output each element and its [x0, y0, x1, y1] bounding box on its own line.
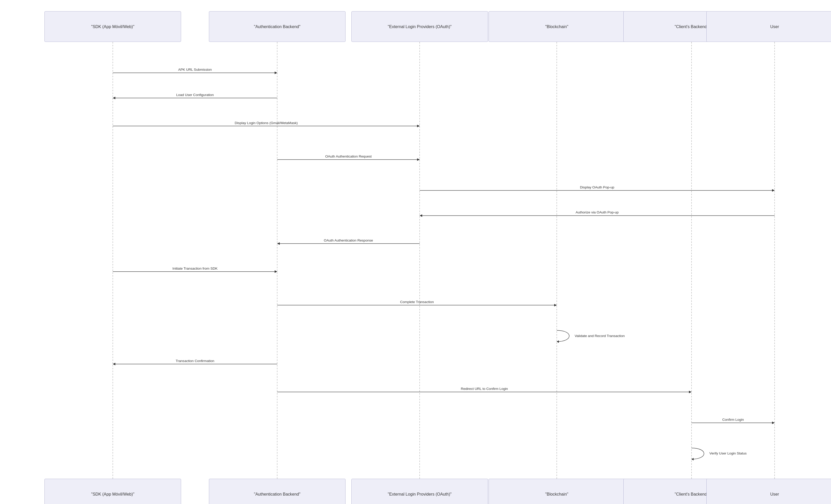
- svg-text:Authorize via OAuth Pop-up: Authorize via OAuth Pop-up: [576, 210, 619, 214]
- svg-text:APK URL Submission: APK URL Submission: [178, 68, 212, 71]
- svg-marker-31: [554, 304, 557, 306]
- svg-marker-42: [772, 421, 775, 424]
- svg-marker-19: [772, 189, 775, 192]
- svg-marker-33: [557, 340, 559, 343]
- actor-bottom-user: User: [706, 479, 831, 504]
- svg-text:Validate and Record Transactio: Validate and Record Transaction: [575, 334, 625, 338]
- svg-marker-39: [689, 391, 692, 393]
- svg-text:OAuth Authentication Request: OAuth Authentication Request: [325, 154, 372, 158]
- svg-text:Transaction Confirmation: Transaction Confirmation: [176, 359, 214, 363]
- svg-marker-25: [277, 242, 280, 245]
- actor-bottom-auth: "Authentication Backend": [209, 479, 346, 504]
- svg-text:Display Login Options (Gmail/M: Display Login Options (Gmail/MetaMask): [235, 121, 298, 125]
- svg-marker-16: [417, 158, 420, 161]
- svg-marker-13: [417, 125, 420, 127]
- svg-text:OAuth Authentication Response: OAuth Authentication Response: [324, 238, 373, 242]
- svg-text:Initiate Transaction from SDK: Initiate Transaction from SDK: [172, 267, 218, 270]
- actor-top-user: User: [706, 11, 831, 42]
- actor-top-blockchain: "Blockchain": [489, 11, 625, 42]
- svg-text:Confirm Login: Confirm Login: [722, 418, 744, 421]
- svg-marker-44: [692, 458, 694, 461]
- svg-text:Complete Transaction: Complete Transaction: [400, 300, 434, 304]
- svg-marker-22: [420, 214, 422, 217]
- svg-text:Redirect URL to Confirm Login: Redirect URL to Confirm Login: [461, 387, 508, 391]
- svg-text:Verify User Login Status: Verify User Login Status: [710, 451, 747, 455]
- svg-text:Display OAuth Pop-up: Display OAuth Pop-up: [580, 185, 614, 189]
- svg-marker-36: [113, 363, 115, 365]
- svg-text:Load User Configuration: Load User Configuration: [176, 93, 214, 97]
- svg-marker-10: [113, 97, 115, 99]
- actor-bottom-sdk: "SDK (App Móvil/Web)": [45, 479, 181, 504]
- actor-bottom-oauth: "External Login Providers (OAuth)": [351, 479, 488, 504]
- svg-marker-7: [275, 71, 277, 74]
- actor-top-auth: "Authentication Backend": [209, 11, 346, 42]
- actor-top-oauth: "External Login Providers (OAuth)": [351, 11, 488, 42]
- actor-top-sdk: "SDK (App Móvil/Web)": [45, 11, 181, 42]
- svg-marker-28: [275, 270, 277, 273]
- actor-bottom-blockchain: "Blockchain": [489, 479, 625, 504]
- sequence-diagram: APK URL SubmissionLoad User Configuratio…: [0, 0, 831, 504]
